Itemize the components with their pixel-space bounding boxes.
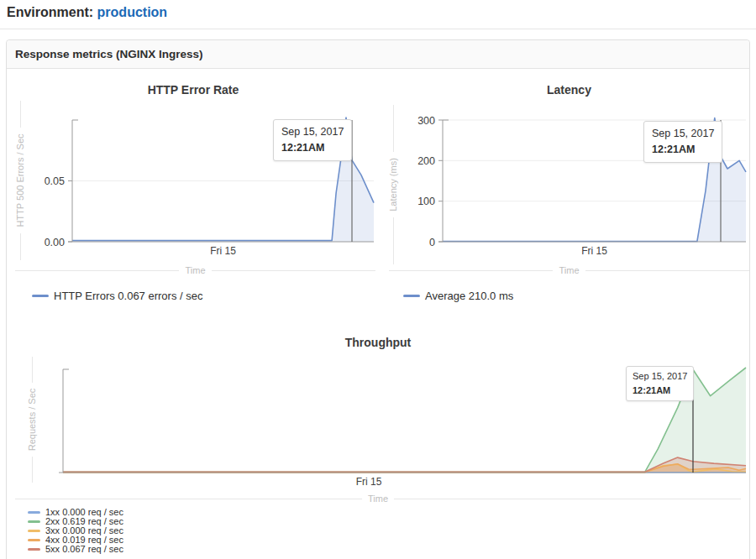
x-axis-label: Time [15, 265, 375, 275]
svg-text:0: 0 [429, 237, 435, 248]
legend-swatch [403, 295, 420, 297]
throughput-plot-area[interactable]: Fri 15 [8, 327, 748, 491]
svg-text:Fri 15: Fri 15 [356, 476, 382, 488]
legend-swatch [28, 530, 40, 532]
chart-legend: Average 210.0 ms [403, 290, 513, 302]
panel-title: Response metrics (NGINX Ingress) [7, 40, 749, 69]
chart-tooltip: Sep 15, 2017 12:21AM [626, 366, 694, 401]
legend-item: HTTP Errors 0.067 errors / sec [32, 290, 202, 302]
x-axis-label: Time [389, 265, 749, 275]
y-axis-label: Requests / Sec [27, 357, 37, 483]
tooltip-time: 12:21AM [633, 384, 687, 396]
chart-http-error-rate: HTTP Error Rate 0.000.05Fri 15 HTTP 500 … [8, 80, 378, 311]
header-divider [0, 29, 756, 29]
tooltip-date: Sep 15, 2017 [281, 125, 344, 138]
legend-swatch [32, 295, 49, 297]
legend-label: 5xx 0.067 req / sec [45, 545, 123, 554]
tooltip-time: 12:21AM [652, 143, 714, 156]
legend-swatch [28, 539, 40, 541]
legend-item: 5xx 0.067 req / sec [28, 545, 123, 554]
y-axis-label: HTTP 500 Errors / Sec [15, 101, 25, 260]
svg-text:Fri 15: Fri 15 [581, 245, 607, 257]
chart-tooltip: Sep 15, 2017 12:21AM [273, 119, 352, 161]
latency-plot-area[interactable]: 0100200300Fri 15 [382, 80, 756, 260]
environment-label: Environment: [7, 5, 93, 19]
chart-latency: Latency 0100200300Fri 15 Latency (ms) Ti… [382, 80, 756, 311]
chart-legend: 1xx 0.000 req / sec2xx 0.619 req / sec3x… [28, 508, 123, 554]
chart-legend: HTTP Errors 0.067 errors / sec [32, 290, 202, 302]
tooltip-date: Sep 15, 2017 [652, 127, 714, 140]
legend-swatch [28, 548, 40, 551]
environment-header: Environment: production [7, 5, 167, 20]
x-axis-label: Time [15, 494, 741, 504]
page: Environment: production Response metrics… [0, 0, 756, 559]
svg-text:300: 300 [417, 115, 435, 127]
legend-label: HTTP Errors 0.067 errors / sec [54, 290, 202, 302]
environment-link[interactable]: production [97, 5, 168, 19]
chart-throughput: Throughput Fri 15 Requests / Sec Time 1x… [8, 327, 748, 559]
tooltip-date: Sep 15, 2017 [633, 370, 687, 382]
y-axis-label: Latency (ms) [388, 105, 398, 264]
svg-text:100: 100 [417, 196, 435, 207]
legend-item: Average 210.0 ms [403, 290, 513, 302]
legend-label: Average 210.0 ms [425, 290, 513, 302]
chart-tooltip: Sep 15, 2017 12:21AM [643, 121, 722, 163]
svg-text:200: 200 [417, 155, 435, 167]
svg-text:0.05: 0.05 [45, 175, 65, 187]
svg-text:Fri 15: Fri 15 [210, 245, 236, 257]
legend-swatch [28, 511, 40, 514]
tooltip-time: 12:21AM [281, 141, 344, 154]
legend-swatch [28, 520, 40, 523]
svg-text:0.00: 0.00 [45, 237, 65, 248]
http-error-rate-plot-area[interactable]: 0.000.05Fri 15 [8, 80, 378, 260]
